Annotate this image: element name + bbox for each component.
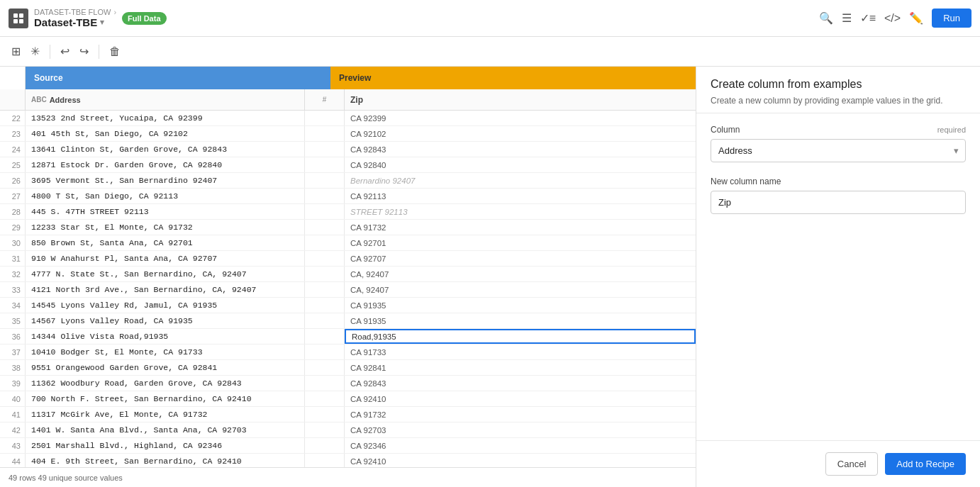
new-column-name-input[interactable] — [711, 191, 966, 214]
zip-cell[interactable]: CA 92410 — [345, 391, 696, 406]
zip-cell[interactable]: CA 92399 — [345, 111, 696, 125]
address-cell[interactable]: 13641 Clinton St, Garden Grove, CA 92843 — [26, 142, 305, 157]
zip-cell[interactable]: CA 92707 — [345, 251, 696, 266]
zip-num-cell — [305, 407, 345, 422]
zip-cell[interactable]: CA 91935 — [345, 313, 696, 328]
table-row[interactable]: 40700 North F. Street, San Bernardino, C… — [0, 391, 696, 407]
zip-cell[interactable]: CA 92843 — [345, 142, 696, 157]
address-cell[interactable]: 14344 Olive Vista Road,91935 — [26, 329, 305, 344]
zip-cell[interactable]: CA, 92407 — [345, 267, 696, 281]
address-cell[interactable]: 12233 Star St, El Monte, CA 91732 — [26, 220, 305, 235]
table-row[interactable]: 274800 T St, San Diego, CA 92113CA 92113 — [0, 189, 696, 204]
zip-cell[interactable]: CA 92840 — [345, 157, 696, 172]
asterisk-icon[interactable]: ✳ — [28, 42, 43, 61]
address-cell[interactable]: 910 W Anahurst Pl, Santa Ana, CA 92707 — [26, 251, 305, 266]
zip-cell[interactable]: CA 91733 — [345, 345, 696, 359]
address-cell[interactable]: 13523 2nd Street, Yucaipa, CA 92399 — [26, 111, 305, 125]
main-area: Source Preview ABC Address # Zip 2213523… — [0, 67, 980, 487]
zip-cell[interactable]: CA 92102 — [345, 126, 696, 141]
add-to-recipe-button[interactable]: Add to Recipe — [885, 453, 966, 475]
text-type-icon: ABC — [31, 96, 47, 103]
zip-num-cell — [305, 422, 345, 437]
zip-cell[interactable]: CA 92703 — [345, 422, 696, 437]
zip-cell[interactable]: CA 92701 — [345, 235, 696, 250]
row-number: 40 — [0, 391, 26, 406]
address-cell[interactable]: 4800 T St, San Diego, CA 92113 — [26, 189, 305, 203]
panel-body: Column required Address City State Zip ▾… — [696, 113, 980, 440]
address-cell[interactable]: 700 North F. Street, San Bernardino, CA … — [26, 391, 305, 406]
table-row[interactable]: 23401 45th St, San Diego, CA 92102CA 921… — [0, 126, 696, 142]
zip-column-header: Zip — [345, 89, 696, 110]
zip-cell[interactable]: Road,91935 — [345, 329, 696, 344]
run-button[interactable]: Run — [932, 9, 971, 28]
zip-cell[interactable]: CA, 92407 — [345, 282, 696, 297]
redo-icon[interactable]: ↪ — [77, 42, 91, 61]
address-cell[interactable]: 3695 Vermont St., San Bernardino 92407 — [26, 173, 305, 188]
check-list-icon[interactable]: ✓≡ — [860, 11, 876, 25]
address-cell[interactable]: 850 Brown St, Santa Ana, CA 92701 — [26, 235, 305, 250]
table-row[interactable]: 389551 Orangewood Garden Grove, CA 92841… — [0, 360, 696, 376]
address-cell[interactable]: 4121 North 3rd Ave., San Bernardino, CA,… — [26, 282, 305, 297]
table-row[interactable]: 432501 Marshall Blvd., Highland, CA 9234… — [0, 438, 696, 454]
dataset-name[interactable]: Dataset-TBE ▾ — [34, 16, 116, 28]
zip-cell[interactable]: CA 92410 — [345, 454, 696, 467]
zip-cell[interactable]: CA 92346 — [345, 438, 696, 453]
table-row[interactable]: 28445 S. 47TH STREET 92113STREET 92113 — [0, 204, 696, 220]
address-cell[interactable]: 11362 Woodbury Road, Garden Grove, CA 92… — [26, 376, 305, 391]
full-data-badge[interactable]: Full Data — [122, 12, 166, 25]
table-row[interactable]: 3514567 Lyons Valley Road, CA 91935CA 91… — [0, 313, 696, 329]
search-icon[interactable]: 🔍 — [819, 11, 833, 25]
table-row[interactable]: 2512871 Estock Dr. Garden Grove, CA 9284… — [0, 157, 696, 173]
table-row[interactable]: 3911362 Woodbury Road, Garden Grove, CA … — [0, 376, 696, 391]
cancel-button[interactable]: Cancel — [825, 452, 878, 476]
address-cell[interactable]: 12871 Estock Dr. Garden Grove, CA 92840 — [26, 157, 305, 172]
table-row[interactable]: 3710410 Bodger St, El Monte, CA 91733CA … — [0, 345, 696, 360]
table-row[interactable]: 2912233 Star St, El Monte, CA 91732CA 91… — [0, 220, 696, 235]
address-cell[interactable]: 404 E. 9th Street, San Bernardino, CA 92… — [26, 454, 305, 467]
data-grid: Source Preview ABC Address # Zip 2213523… — [0, 67, 696, 487]
zip-cell[interactable]: CA 91935 — [345, 298, 696, 313]
zip-cell[interactable]: Bernardino 92407 — [345, 173, 696, 188]
table-row[interactable]: 2213523 2nd Street, Yucaipa, CA 92399CA … — [0, 111, 696, 126]
zip-num-cell — [305, 376, 345, 391]
column-select[interactable]: Address City State Zip — [711, 139, 966, 162]
address-cell[interactable]: 11317 McGirk Ave, El Monte, CA 91732 — [26, 407, 305, 422]
zip-cell[interactable]: CA 92113 — [345, 189, 696, 203]
table-row[interactable]: 2413641 Clinton St, Garden Grove, CA 928… — [0, 142, 696, 157]
table-row[interactable]: 421401 W. Santa Ana Blvd., Santa Ana, CA… — [0, 422, 696, 438]
trash-icon[interactable]: 🗑 — [106, 43, 123, 61]
breadcrumb[interactable]: DATASET-TBE FLOW › — [34, 8, 116, 16]
address-cell[interactable]: 1401 W. Santa Ana Blvd., Santa Ana, CA 9… — [26, 422, 305, 437]
table-row[interactable]: 3414545 Lyons Valley Rd, Jamul, CA 91935… — [0, 298, 696, 313]
table-row[interactable]: 44404 E. 9th Street, San Bernardino, CA … — [0, 454, 696, 467]
table-row[interactable]: 324777 N. State St., San Bernardino, CA,… — [0, 267, 696, 282]
table-row[interactable]: 3614344 Olive Vista Road,91935Road,91935 — [0, 329, 696, 345]
address-cell[interactable]: 10410 Bodger St, El Monte, CA 91733 — [26, 345, 305, 359]
address-cell[interactable]: 445 S. 47TH STREET 92113 — [26, 204, 305, 219]
grid-icon[interactable]: ⊞ — [9, 42, 23, 61]
address-cell[interactable]: 4777 N. State St., San Bernardino, CA, 9… — [26, 267, 305, 281]
address-cell[interactable]: 14545 Lyons Valley Rd, Jamul, CA 91935 — [26, 298, 305, 313]
data-rows-container[interactable]: 2213523 2nd Street, Yucaipa, CA 92399CA … — [0, 111, 696, 467]
address-cell[interactable]: 14567 Lyons Valley Road, CA 91935 — [26, 313, 305, 328]
zip-cell[interactable]: CA 91732 — [345, 220, 696, 235]
zip-num-cell — [305, 438, 345, 453]
zip-cell[interactable]: STREET 92113 — [345, 204, 696, 219]
zip-cell[interactable]: CA 92841 — [345, 360, 696, 375]
list-icon[interactable]: ☰ — [842, 11, 852, 25]
address-cell[interactable]: 2501 Marshall Blvd., Highland, CA 92346 — [26, 438, 305, 453]
table-row[interactable]: 334121 North 3rd Ave., San Bernardino, C… — [0, 282, 696, 298]
zip-num-cell — [305, 189, 345, 203]
column-field-label: Column required — [711, 125, 966, 135]
table-row[interactable]: 30850 Brown St, Santa Ana, CA 92701CA 92… — [0, 235, 696, 251]
address-cell[interactable]: 401 45th St, San Diego, CA 92102 — [26, 126, 305, 141]
code-icon[interactable]: </> — [884, 12, 901, 25]
table-row[interactable]: 31910 W Anahurst Pl, Santa Ana, CA 92707… — [0, 251, 696, 267]
table-row[interactable]: 4111317 McGirk Ave, El Monte, CA 91732CA… — [0, 407, 696, 422]
edit-icon[interactable]: ✏️ — [909, 11, 923, 25]
zip-cell[interactable]: CA 92843 — [345, 376, 696, 391]
address-cell[interactable]: 9551 Orangewood Garden Grove, CA 92841 — [26, 360, 305, 375]
zip-cell[interactable]: CA 91732 — [345, 407, 696, 422]
table-row[interactable]: 263695 Vermont St., San Bernardino 92407… — [0, 173, 696, 189]
undo-icon[interactable]: ↩ — [57, 42, 72, 61]
